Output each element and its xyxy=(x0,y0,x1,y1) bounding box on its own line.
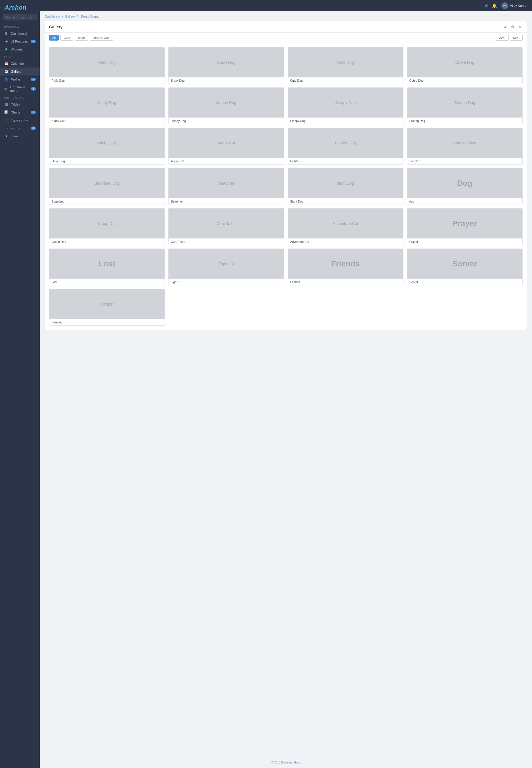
search-input[interactable] xyxy=(3,14,37,20)
footer-link[interactable]: Bootstrap Guru xyxy=(281,761,300,764)
gallery-item-25[interactable]: SleeperSleeper xyxy=(49,289,165,326)
gallery-item-2[interactable]: Snow DogSnow Dog xyxy=(168,47,284,84)
gallery-img-7: Sleepy Dog xyxy=(288,88,403,117)
gallery-item-5[interactable]: Kiddy DogKiddy Cat xyxy=(49,87,165,124)
gallery-item-1[interactable]: Puffy DogPuffy Dog xyxy=(49,47,165,84)
breadcrumb-dashboard[interactable]: Dashboard xyxy=(45,15,60,18)
gallery-label-24: Server xyxy=(407,279,522,285)
dashboard-icon: ⊞ xyxy=(4,31,9,35)
gallery-img-text-18: Care Taker xyxy=(215,220,237,227)
gallery-img-text-1: Puffy Dog xyxy=(97,59,117,66)
gallery-img-text-8: Staring Dog xyxy=(453,99,476,106)
mail-icon[interactable]: ✉ xyxy=(485,3,489,8)
gallery-label-25: Sleeper xyxy=(49,319,165,325)
gallery-item-24[interactable]: ServerServer xyxy=(407,249,523,285)
sidebar-item-label-tables: Tables xyxy=(11,103,20,106)
gallery-item-4[interactable]: Cutee DogCutee Dog xyxy=(407,47,523,84)
gallery-item-6[interactable]: Jumpy DogJumpy Dog xyxy=(168,87,284,124)
breadcrumb-gallery[interactable]: Gallery xyxy=(65,15,75,18)
sidebar-item-calendar[interactable]: 📅Calendar xyxy=(0,60,40,68)
gallery-item-15[interactable]: stunt DogStunt Dog xyxy=(288,168,403,205)
sidebar-item-typography[interactable]: TTypography xyxy=(0,116,40,124)
sidebar-section-label: Overview xyxy=(0,23,40,30)
gallery-img-11: Fighter Dog xyxy=(288,128,403,158)
sidebar-item-icons[interactable]: ★Icons xyxy=(0,132,40,140)
sidebar-section-label: Pages xyxy=(0,53,40,60)
sort-buttons: ASCDSC xyxy=(496,35,523,41)
gallery-item-3[interactable]: Cute DogCute Dog xyxy=(288,47,403,84)
gallery-item-8[interactable]: Staring DogStaring Dog xyxy=(407,87,523,124)
gallery-img-text-3: Cute Dog xyxy=(336,59,355,66)
filter-btn-dogs[interactable]: dogs xyxy=(75,35,88,41)
gallery-label-5: Kiddy Cat xyxy=(49,117,165,124)
sidebar-item-label-typography: Typography xyxy=(11,119,28,122)
sidebar-item-label-icons: Icons xyxy=(11,134,19,138)
user-menu[interactable]: VK Vijay Kumar xyxy=(501,2,527,9)
gallery-label-8: Staring Dog xyxy=(407,117,522,124)
sidebar-section-label: Components xyxy=(0,94,40,100)
dropdown-menu-icon: ▤ xyxy=(4,87,8,91)
calendar-icon: 📅 xyxy=(4,62,9,66)
gallery-img-text-11: Fighter Dog xyxy=(334,140,357,146)
gallery-item-13[interactable]: Surprised DogSurprised xyxy=(49,168,165,205)
sidebar-item-charts[interactable]: 📊Charts3 xyxy=(0,108,40,116)
gallery-item-11[interactable]: Fighter DogFighter xyxy=(288,128,403,165)
gallery-img-8: Staring Dog xyxy=(407,88,522,117)
sidebar-item-ui-features[interactable]: ◈UI Features2 xyxy=(0,37,40,45)
charts-icon: 📊 xyxy=(4,110,9,114)
sidebar-badge-profile: 2 xyxy=(31,78,36,81)
gallery-item-17[interactable]: Group DogGroup Dog xyxy=(49,208,165,245)
gallery-item-20[interactable]: PrayerPrayer xyxy=(407,208,523,245)
close-button[interactable]: ✕ xyxy=(517,24,523,30)
gallery-label-2: Snow Dog xyxy=(169,77,284,84)
sidebar-item-dashboard[interactable]: ⊞Dashboard xyxy=(0,30,40,37)
gallery-item-9[interactable]: Hairy DogHairy Dog xyxy=(49,128,165,165)
footer-text: © 2013 xyxy=(271,761,281,764)
filter-btn-dogs-&-cats[interactable]: Dogs & Cats xyxy=(90,35,113,41)
widgets-icon: ❖ xyxy=(4,47,9,51)
gallery-img-6: Jumpy Dog xyxy=(169,88,284,117)
gallery-item-18[interactable]: Care TakerCare Taker xyxy=(168,208,284,245)
sidebar-item-widgets[interactable]: ❖Widgets xyxy=(0,45,40,53)
gallery-label-11: Fighter xyxy=(288,158,403,164)
sidebar-item-tables[interactable]: ▦Tables xyxy=(0,100,40,108)
gallery-item-10[interactable]: Angry CatAngry Cat xyxy=(168,128,284,165)
settings-button[interactable]: ⚙ xyxy=(510,24,516,30)
sidebar-badge-ui-features: 2 xyxy=(31,40,36,43)
gallery-item-16[interactable]: Dogdog xyxy=(407,168,523,205)
user-name: Vijay Kumar xyxy=(510,4,527,7)
gallery-item-19[interactable]: Adventure CatAdventure Cat xyxy=(288,208,403,245)
gallery-item-14[interactable]: SearcherSearcher xyxy=(168,168,284,205)
gallery-img-text-7: Sleepy Dog xyxy=(334,99,357,106)
gallery-img-text-22: Tiger cat xyxy=(217,260,235,267)
sidebar-badge-charts: 3 xyxy=(31,111,36,114)
gallery-img-text-25: Sleeper xyxy=(99,301,115,308)
gallery-label-22: Tiger xyxy=(169,279,284,285)
filter-btn-all[interactable]: All xyxy=(49,35,59,41)
gallery-img-19: Adventure Cat xyxy=(288,209,403,238)
gallery-img-text-9: Hairy Dog xyxy=(97,140,117,146)
gallery-img-text-12: Sneeker Dog xyxy=(452,140,478,146)
gallery-item-21[interactable]: LostLost xyxy=(49,249,165,285)
sidebar-item-forms[interactable]: ▭Forms4 xyxy=(0,124,40,132)
gallery-item-7[interactable]: Sleepy DogSleepy Dog xyxy=(288,87,403,124)
gallery-item-23[interactable]: FriendsFriends xyxy=(288,249,403,285)
gallery-img-12: Sneeker Dog xyxy=(407,128,522,158)
gallery-img-18: Care Taker xyxy=(169,209,284,238)
sort-btn-asc[interactable]: ASC xyxy=(496,35,509,41)
sidebar-item-profile[interactable]: 👤Profile2 xyxy=(0,75,40,83)
gallery-img-text-13: Surprised Dog xyxy=(93,180,121,187)
collapse-button[interactable]: ▲ xyxy=(502,24,508,30)
filter-btn-cats[interactable]: Cats xyxy=(60,35,73,41)
gallery-item-12[interactable]: Sneeker DogSneeker xyxy=(407,128,523,165)
gallery-img-text-15: stunt Dog xyxy=(336,180,355,187)
gallery-item-22[interactable]: Tiger catTiger xyxy=(168,249,284,285)
gallery-header: Gallery ▲ ⚙ ✕ xyxy=(45,21,527,33)
sidebar-item-label-ui-features: UI Features xyxy=(11,40,28,43)
gallery-img-text-23: Friends xyxy=(330,258,361,270)
sidebar-item-dropdown-menu[interactable]: ▤Dropdown menu3 xyxy=(0,83,40,94)
gallery-img-14: Searcher xyxy=(169,168,284,198)
sidebar-item-gallery[interactable]: 🖼Gallery xyxy=(0,68,40,75)
sort-btn-dsc[interactable]: DSC xyxy=(510,35,523,41)
bell-icon[interactable]: 🔔 xyxy=(492,3,497,8)
